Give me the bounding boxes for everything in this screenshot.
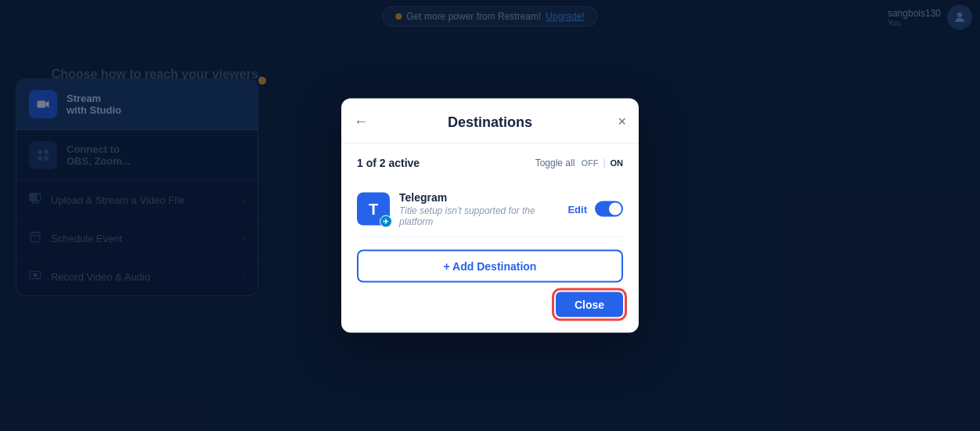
close-button[interactable]: Close bbox=[556, 292, 623, 317]
dest-name: Telegram bbox=[399, 191, 558, 204]
close-button-row: Close bbox=[357, 292, 623, 321]
dest-info: Telegram Title setup isn't supported for… bbox=[399, 191, 558, 227]
toggle-divider: | bbox=[603, 158, 605, 168]
edit-button[interactable]: Edit bbox=[567, 203, 587, 215]
modal-body: 1 of 2 active Toggle all OFF | ON T ✈ Te… bbox=[341, 144, 639, 333]
active-row: 1 of 2 active Toggle all OFF | ON bbox=[357, 157, 623, 169]
telegram-badge: ✈ bbox=[380, 216, 392, 228]
toggle-on-label: ON bbox=[611, 158, 624, 168]
active-count: 1 of 2 active bbox=[357, 157, 420, 169]
dest-controls: Edit bbox=[567, 201, 623, 217]
toggle-all-row: Toggle all OFF | ON bbox=[535, 158, 623, 168]
modal-title: Destinations bbox=[448, 114, 532, 130]
dest-subtitle: Title setup isn't supported for the plat… bbox=[399, 205, 558, 227]
back-button[interactable]: ← bbox=[354, 114, 368, 128]
add-destination-button[interactable]: + Add Destination bbox=[357, 250, 623, 283]
toggle-all-label: Toggle all bbox=[535, 158, 575, 168]
telegram-avatar: T ✈ bbox=[357, 193, 390, 226]
toggle-off-label: OFF bbox=[581, 158, 598, 168]
telegram-destination: T ✈ Telegram Title setup isn't supported… bbox=[357, 182, 623, 237]
destinations-modal: ← Destinations × 1 of 2 active Toggle al… bbox=[341, 99, 639, 333]
close-icon[interactable]: × bbox=[618, 114, 626, 128]
modal-header: ← Destinations × bbox=[341, 99, 639, 144]
destination-toggle[interactable] bbox=[595, 201, 623, 217]
